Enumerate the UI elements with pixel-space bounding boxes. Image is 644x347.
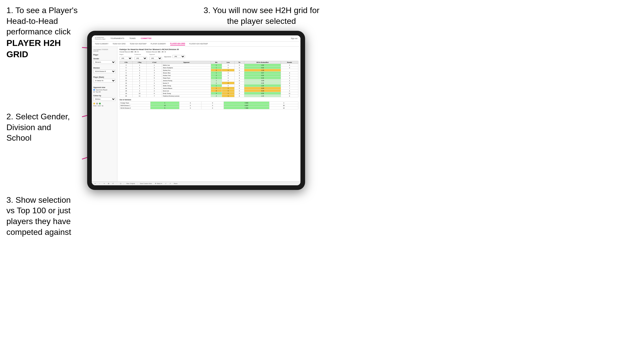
table-row: 1	[147, 64, 162, 66]
table-row: 3	[281, 66, 298, 69]
player-rank-select[interactable]: 8. Katelyn Vo	[93, 79, 116, 82]
table-row: Jessica Huang	[162, 79, 211, 82]
nav-committee[interactable]: COMMITTEE	[141, 37, 152, 39]
sidebar-timestamp: Last Updated: 27/03/2024 16:55:38	[93, 49, 116, 52]
toolbar-expand[interactable]: ⤢	[164, 182, 167, 185]
list-item: 0	[179, 107, 201, 109]
toolbar-grid[interactable]: ⊞	[107, 182, 110, 185]
filter-row: Region (All) Conference (All) Opponent	[119, 54, 298, 60]
table-row: 1	[211, 87, 222, 90]
legend-dots	[93, 103, 116, 104]
table-row: 1	[211, 84, 222, 87]
table-row: 0	[222, 79, 235, 82]
toolbar-watch[interactable]: 👁 Watch ▾	[154, 182, 163, 185]
table-row: 9	[120, 72, 133, 74]
toolbar-refresh[interactable]: ↺	[112, 182, 114, 185]
col-opponent: Opponent	[162, 61, 211, 64]
list-item: 10	[269, 107, 298, 109]
table-row: 2	[133, 77, 147, 79]
table-row: 1	[133, 72, 147, 74]
table-row: Sharon Mun	[162, 72, 211, 74]
subnav-team-h2h-grid[interactable]: TEAM H2H GRID	[113, 43, 126, 45]
col-diff: Diff Av Strokes/Rnd	[244, 61, 281, 64]
sidebar-gender-label: Gender	[93, 58, 116, 60]
table-row: 3	[120, 64, 133, 66]
list-item: 0	[179, 102, 201, 104]
col-reg: # Reg	[133, 61, 147, 64]
table-row: 9	[281, 82, 298, 84]
nav-teams[interactable]: TEAMS	[129, 37, 136, 39]
radio-top100[interactable]: Top 100	[93, 91, 116, 93]
table-row: 0.30	[244, 92, 281, 95]
subnav-team-summary[interactable]: TEAM SUMMARY	[95, 43, 108, 45]
col-conf: # Conf	[147, 61, 162, 64]
opponent-filter[interactable]: (All)	[149, 57, 162, 60]
table-row: 18	[120, 90, 133, 92]
radio-opponents-played[interactable]: Opponents Played	[93, 89, 116, 91]
subnav-player-h2h-grid[interactable]: PLAYER H2H GRID	[170, 43, 185, 45]
conference-filter-group: Conference (All)	[134, 54, 147, 60]
table-row: 2	[133, 90, 147, 92]
subnav-team-h2h-heatmap[interactable]: TEAM H2H HEATMAP	[130, 43, 147, 45]
logo-subtext: Powered by clippd	[95, 38, 105, 40]
legend-up: Up	[102, 105, 103, 107]
legend-labels: Down Level Up	[93, 105, 116, 107]
toolbar-redo[interactable]: ↪	[103, 182, 106, 185]
toolbar-save-custom[interactable]: Save Custom View	[139, 182, 153, 185]
region-filter[interactable]: (All)	[119, 57, 132, 60]
legend-dot-down	[93, 103, 95, 104]
toolbar-dots[interactable]: ·	[116, 182, 118, 185]
list-item: 0	[179, 104, 201, 107]
table-row: 4	[222, 90, 235, 92]
table-row: 4	[281, 84, 298, 87]
toolbar-undo[interactable]: ↩	[94, 182, 97, 185]
table-row: 15	[120, 84, 133, 87]
nav-tournaments[interactable]: TOURNAMENTS	[110, 37, 124, 39]
radio-top100-input[interactable]	[93, 91, 95, 93]
list-item: NAIA Division 1	[120, 104, 150, 107]
table-row: 3	[147, 87, 162, 90]
table-row: 3	[133, 69, 147, 72]
sidebar-division-label: Division	[93, 67, 116, 69]
table-row: 7	[281, 87, 298, 90]
table-row: 11	[133, 95, 147, 97]
instruction-step1: 1. To see a Player's Head-to-Head perfor…	[6, 5, 78, 60]
table-row: 2	[211, 82, 222, 84]
division-select[interactable]: NCAA Division III	[93, 70, 116, 73]
table-row: 20	[120, 95, 133, 97]
table-row: 4	[147, 82, 162, 84]
legend-dot-level	[96, 103, 98, 104]
toolbar-back[interactable]: ←	[98, 182, 101, 185]
main-content: Last Updated: 27/03/2024 16:55:38 Player…	[92, 47, 300, 181]
subnav-player-summary[interactable]: PLAYER SUMMARY	[151, 43, 166, 45]
toolbar-share[interactable]: Share	[173, 182, 178, 185]
list-item: 15	[150, 104, 179, 107]
out-of-division-label: Out of division	[119, 99, 298, 101]
sidebar-player-rank-label: Player (Rank)	[93, 76, 116, 78]
table-row: 1	[211, 79, 222, 82]
table-row: 1	[133, 79, 147, 82]
gender-select[interactable]: Women's	[93, 60, 116, 64]
table-row: 5	[147, 84, 162, 87]
colour-by-label: Colour by	[93, 95, 116, 97]
table-row: 2	[222, 87, 235, 90]
table-row: 2	[281, 79, 298, 82]
subnav-player-h2h-heatmap[interactable]: PLAYER H2H HEATMAP	[189, 43, 208, 45]
opponent-label: Opponent	[149, 54, 162, 55]
toolbar-clock[interactable]: ◷	[119, 182, 122, 185]
table-row: 0	[235, 79, 244, 82]
table-row: -0.94	[244, 87, 281, 90]
toolbar-view-original[interactable]: View: Original	[125, 182, 136, 185]
conference-filter[interactable]: (All)	[134, 57, 147, 60]
table-row: 0.38	[244, 82, 281, 84]
bottom-toolbar: ↩ ← ↪ ⊞ ↺ · ◷ | View: Original | Save Cu…	[92, 181, 300, 185]
radio-opponents-played-input[interactable]	[93, 89, 95, 91]
table-row: 0	[235, 77, 244, 79]
opponents-select[interactable]: (All)	[172, 55, 185, 58]
colour-by-select[interactable]: Win/loss	[93, 97, 116, 101]
radio-top100-label: Top 100	[96, 91, 101, 93]
table-row: 0	[235, 84, 244, 87]
list-item: 9.267	[224, 104, 269, 107]
nav-sign-out[interactable]: Sign out	[291, 37, 297, 39]
toolbar-share-arrow[interactable]: ↗	[169, 182, 172, 185]
